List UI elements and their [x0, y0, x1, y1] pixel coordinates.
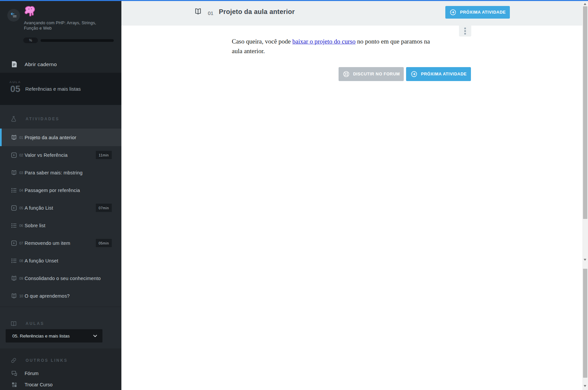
- video-icon: [11, 205, 17, 211]
- activity-item-08[interactable]: 08 A função Unset: [0, 252, 121, 269]
- arrow-right-circle-icon: [410, 70, 418, 78]
- discuss-forum-button[interactable]: DISCUTIR NO FORUM: [339, 67, 404, 81]
- current-lesson-banner: AULA 05 Referências e mais listas: [0, 73, 121, 105]
- activity-number: 05: [19, 206, 23, 210]
- activity-item-04[interactable]: 04 Passagem por referência: [0, 181, 121, 199]
- activity-number: 03: [19, 171, 23, 175]
- kebab-dot: [464, 33, 466, 35]
- activity-item-01[interactable]: 01 Projeto da aula anterior: [0, 129, 121, 146]
- lesson-select[interactable]: 05. Referências e mais listas: [6, 329, 102, 342]
- scroll-up-arrow[interactable]: [584, 3, 586, 5]
- exercise-list-icon: [11, 257, 17, 264]
- other-links-label: OUTROS LINKS: [26, 358, 68, 363]
- activity-item-03[interactable]: 03 Para saber mais: mbstring: [0, 164, 121, 181]
- link-icon: [10, 357, 17, 364]
- kebab-dot: [464, 30, 466, 32]
- lesson-number-badge: AULA 05: [8, 80, 23, 94]
- course-title: Avançando com PHP: Arrays, Strings, Funç…: [24, 20, 107, 31]
- other-links-section: OUTROS LINKS Fórum Trocar Curso: [0, 348, 121, 390]
- course-page: Avançando com PHP: Arrays, Strings, Funç…: [0, 0, 588, 390]
- scroll-down-arrow[interactable]: [584, 259, 586, 261]
- activities-section: ATIVIDADES 01 Projeto da aula anterior 0…: [0, 105, 121, 307]
- activity-label: A função List: [25, 205, 53, 211]
- activity-item-05[interactable]: 05 A função List 07min: [0, 199, 121, 217]
- next-activity-label: PRÓXIMA ATIVIDADE: [421, 72, 467, 76]
- activity-item-07[interactable]: 07 Removendo um item 05min: [0, 234, 121, 252]
- next-activity-label: PRÓXIMA ATIVIDADE: [460, 10, 506, 15]
- activity-label: Projeto da aula anterior: [25, 135, 76, 140]
- activity-item-02[interactable]: 02 Valor vs Referência 11min: [0, 146, 121, 164]
- video-icon: [11, 152, 17, 158]
- book-open-icon: [11, 134, 17, 141]
- flask-icon: [10, 116, 17, 122]
- kebab-dot: [464, 28, 466, 29]
- book-icon: [10, 320, 17, 327]
- scrollbar[interactable]: [582, 1, 588, 390]
- book-open-icon: [11, 275, 17, 282]
- speech-bubble-icon: [11, 370, 18, 377]
- chevron-down-icon: [92, 333, 98, 339]
- activity-label: Valor vs Referência: [25, 152, 68, 158]
- switch-course-label: Trocar Curso: [25, 382, 53, 387]
- activity-number: 08: [19, 259, 23, 263]
- next-activity-button-top[interactable]: PRÓXIMA ATIVIDADE: [445, 6, 510, 19]
- forum-link-label: Fórum: [25, 371, 39, 376]
- scrollbar-thumb-outer[interactable]: [583, 6, 587, 219]
- activities-section-label: ATIVIDADES: [26, 117, 60, 121]
- life-buoy-icon: [343, 70, 350, 78]
- discuss-forum-label: DISCUTIR NO FORUM: [353, 72, 400, 76]
- collapse-sidebar-icon: [10, 12, 17, 19]
- activity-duration-badge: 07min: [96, 204, 112, 212]
- progress-percent-badge: %: [23, 38, 38, 43]
- sidebar-item-forum[interactable]: Fórum: [0, 368, 121, 379]
- activity-paragraph: Caso queira, você pode baixar o projeto …: [232, 37, 441, 56]
- sidebar-item-switch-course[interactable]: Trocar Curso: [0, 379, 121, 390]
- more-options-button[interactable]: [459, 26, 471, 37]
- activity-number: 06: [19, 224, 23, 228]
- scrollbar-thumb-inner[interactable]: [583, 269, 587, 378]
- activity-label: Consolidando o seu conhecimento: [25, 276, 101, 281]
- activity-duration-badge: 05min: [96, 239, 112, 247]
- course-progress: %: [23, 38, 116, 44]
- activity-number: 09: [19, 276, 23, 280]
- book-open-icon: [194, 7, 202, 16]
- page-title: Projeto da aula anterior: [219, 8, 295, 16]
- activity-number: 10: [19, 294, 23, 298]
- exercise-list-icon: [11, 187, 17, 194]
- grid-icon: [11, 381, 18, 388]
- activity-label: Removendo um item: [25, 241, 70, 246]
- scroll-down-arrow[interactable]: [584, 385, 586, 387]
- download-project-link[interactable]: baixar o projeto do curso: [292, 38, 356, 45]
- activity-header-number: 01: [208, 10, 214, 16]
- activity-number: 01: [19, 136, 23, 140]
- activities-list: 01 Projeto da aula anterior 02 Valor vs …: [0, 129, 121, 305]
- aulas-section-label: AULAS: [26, 321, 44, 326]
- book-open-icon: [11, 293, 17, 299]
- video-icon: [11, 240, 17, 246]
- open-notebook-label: Abrir caderno: [25, 61, 57, 67]
- collapse-sidebar-button[interactable]: [7, 9, 20, 22]
- activity-number: 02: [19, 153, 23, 157]
- activity-item-09[interactable]: 09 Consolidando o seu conhecimento: [0, 269, 121, 287]
- paragraph-text: Caso queira, você pode: [232, 38, 292, 45]
- activity-label: Passagem por referência: [25, 188, 80, 193]
- aulas-section: AULAS 05. Referências e mais listas: [0, 307, 121, 348]
- aulas-section-header: AULAS: [0, 316, 121, 331]
- activity-label: Sobre list: [25, 223, 45, 228]
- php-elephant-logo: [23, 5, 37, 20]
- progress-bar: [41, 39, 114, 42]
- loading-progress-strip: [0, 0, 588, 1]
- lesson-badge-label: AULA: [8, 80, 23, 84]
- activity-content: Caso queira, você pode baixar o projeto …: [121, 26, 582, 390]
- sidebar-course-section: Avançando com PHP: Arrays, Strings, Funç…: [0, 1, 121, 73]
- open-notebook-button[interactable]: Abrir caderno: [0, 56, 121, 73]
- notebook-icon: [10, 60, 18, 68]
- arrow-right-circle-icon: [449, 9, 457, 16]
- next-activity-button-bottom[interactable]: PRÓXIMA ATIVIDADE: [406, 67, 471, 81]
- activity-duration-badge: 11min: [96, 151, 112, 159]
- activity-item-10[interactable]: 10 O que aprendemos?: [0, 287, 121, 305]
- activity-label: O que aprendemos?: [25, 293, 70, 299]
- activity-label: Para saber mais: mbstring: [25, 170, 82, 175]
- activity-item-06[interactable]: 06 Sobre list: [0, 217, 121, 234]
- other-links-header: OUTROS LINKS: [0, 353, 121, 368]
